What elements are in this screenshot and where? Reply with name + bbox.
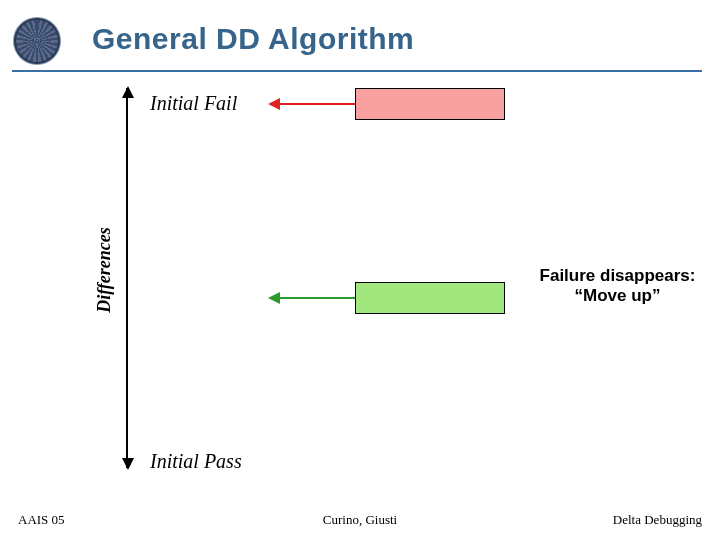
slide-title: General DD Algorithm <box>92 22 414 56</box>
differences-axis <box>126 88 128 468</box>
annotation-line2: “Move up” <box>575 286 661 305</box>
footer: AAIS 05 Curino, Giusti Delta Debugging <box>0 512 720 532</box>
pass-box <box>355 282 505 314</box>
fail-box <box>355 88 505 120</box>
arrow-left-icon <box>268 292 280 304</box>
annotation-line1: Failure disappears: <box>540 266 696 285</box>
arrow-down-icon <box>122 458 134 470</box>
initial-pass-label: Initial Pass <box>150 450 242 473</box>
initial-fail-label: Initial Fail <box>150 92 237 115</box>
arrow-to-pass <box>270 297 355 299</box>
footer-left: AAIS 05 <box>18 512 65 528</box>
arrow-left-icon <box>268 98 280 110</box>
axis-label: Differences <box>94 227 115 313</box>
footer-center: Curino, Giusti <box>323 512 397 528</box>
arrow-up-icon <box>122 86 134 98</box>
slide: General DD Algorithm Differences Initial… <box>0 0 720 540</box>
title-bar: General DD Algorithm <box>0 10 720 70</box>
logo-seal-icon <box>14 18 60 64</box>
arrow-to-fail <box>270 103 355 105</box>
footer-right: Delta Debugging <box>613 512 702 528</box>
title-underline <box>12 70 702 72</box>
annotation-moveup: Failure disappears: “Move up” <box>520 266 715 305</box>
